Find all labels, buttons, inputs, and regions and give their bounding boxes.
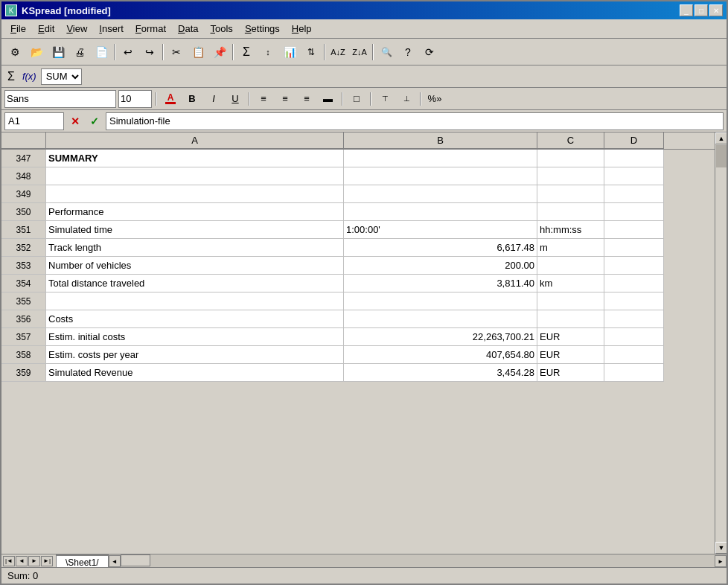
cell-a359[interactable]: Simulated Revenue (46, 364, 344, 382)
cell-d359[interactable] (604, 364, 664, 382)
cell-d348[interactable] (604, 167, 664, 185)
cell-b355[interactable] (344, 292, 537, 310)
minimize-button[interactable]: _ (680, 4, 693, 16)
cell-d349[interactable] (604, 185, 664, 203)
cell-b353[interactable]: 200.00 (344, 257, 537, 275)
cell-c355[interactable] (537, 292, 604, 310)
chart-button[interactable]: 📊 (279, 42, 300, 63)
row-number[interactable]: 349 (1, 185, 46, 203)
col-header-b[interactable]: B (344, 132, 537, 149)
scroll-up-button[interactable]: ▲ (715, 132, 727, 144)
font-size-selector[interactable] (118, 90, 152, 108)
cell-b348[interactable] (344, 167, 537, 185)
cell-d352[interactable] (604, 239, 664, 257)
cell-b350[interactable] (344, 203, 537, 221)
cell-d354[interactable] (604, 275, 664, 292)
sheet-last-button[interactable]: ►| (41, 556, 53, 566)
open-button[interactable]: 📂 (26, 42, 47, 63)
cell-d353[interactable] (604, 257, 664, 275)
confirm-input-button[interactable]: ✓ (86, 113, 103, 130)
cell-c359[interactable]: EUR (537, 364, 604, 382)
cut-button[interactable]: ✂ (166, 42, 187, 63)
paste-button[interactable]: 📌 (209, 42, 230, 63)
cell-d358[interactable] (604, 346, 664, 364)
cell-b352[interactable]: 6,617.48 (344, 239, 537, 257)
cell-b359[interactable]: 3,454.28 (344, 364, 537, 382)
cell-d355[interactable] (604, 292, 664, 310)
cell-c352[interactable]: m (537, 239, 604, 257)
col-header-d[interactable]: D (604, 132, 664, 149)
cell-a357[interactable]: Estim. initial costs (46, 328, 344, 346)
refresh-button[interactable]: ⟳ (419, 42, 440, 63)
align-center-button[interactable]: ≡ (275, 90, 295, 108)
undo-button[interactable]: ↩ (118, 42, 138, 63)
sort-asc-button[interactable]: ↕ (258, 42, 278, 63)
row-number[interactable]: 353 (1, 257, 46, 275)
row-number[interactable]: 356 (1, 310, 46, 328)
row-number[interactable]: 355 (1, 292, 46, 310)
italic-button[interactable]: I (204, 90, 223, 108)
cell-b358[interactable]: 407,654.80 (344, 346, 537, 364)
cell-d356[interactable] (604, 310, 664, 328)
zoom-button[interactable]: 🔍 (376, 42, 397, 63)
copy-button[interactable]: 📋 (188, 42, 208, 63)
sum-button[interactable]: Σ (236, 42, 257, 63)
cell-c351[interactable]: hh:mm:ss (537, 221, 604, 239)
scroll-down-button[interactable]: ▼ (715, 542, 727, 554)
align-left-button[interactable]: ≡ (254, 90, 273, 108)
formula-input[interactable] (106, 112, 724, 130)
cell-d357[interactable] (604, 328, 664, 346)
scroll-track[interactable] (715, 144, 727, 542)
cell-c358[interactable]: EUR (537, 346, 604, 364)
col-header-a[interactable]: A (46, 132, 344, 149)
col-header-c[interactable]: C (537, 132, 604, 149)
cell-b351[interactable]: 1:00:00' (344, 221, 537, 239)
cell-c348[interactable] (537, 167, 604, 185)
save-button[interactable]: 💾 (48, 42, 68, 63)
percent-button[interactable]: %» (425, 90, 444, 108)
row-number[interactable]: 354 (1, 275, 46, 292)
menu-settings[interactable]: Settings (239, 22, 286, 36)
redo-button[interactable]: ↪ (139, 42, 160, 63)
bottom-border-button[interactable]: ⊥ (397, 90, 416, 108)
align-right-button[interactable]: ≡ (297, 90, 316, 108)
cell-b357[interactable]: 22,263,700.21 (344, 328, 537, 346)
cell-a347[interactable]: SUMMARY (46, 150, 344, 167)
cell-name-box[interactable] (4, 112, 64, 130)
cell-a355[interactable] (46, 292, 344, 310)
borders-button[interactable]: □ (347, 90, 366, 108)
print-button[interactable]: 🖨 (69, 42, 90, 63)
row-number[interactable]: 348 (1, 167, 46, 185)
print-preview-button[interactable]: 📄 (91, 42, 112, 63)
sheet-next-button[interactable]: ► (28, 556, 40, 566)
horizontal-scrollbar[interactable]: ◄ ► (109, 554, 727, 568)
menu-edit[interactable]: Edit (32, 22, 60, 36)
menu-data[interactable]: Data (172, 22, 204, 36)
new-button[interactable]: ⚙ (4, 42, 25, 63)
cell-c354[interactable]: km (537, 275, 604, 292)
cell-a352[interactable]: Track length (46, 239, 344, 257)
align-justify-button[interactable]: ▬ (319, 90, 338, 108)
row-number[interactable]: 357 (1, 328, 46, 346)
row-number[interactable]: 359 (1, 364, 46, 382)
menu-format[interactable]: Format (130, 22, 172, 36)
cell-d351[interactable] (604, 221, 664, 239)
menu-tools[interactable]: Tools (205, 22, 239, 36)
cell-a358[interactable]: Estim. costs per year (46, 346, 344, 364)
sort-button[interactable]: ⇅ (301, 42, 322, 63)
font-color-button[interactable]: A (161, 90, 180, 108)
cell-c347[interactable] (537, 150, 604, 167)
top-border-button[interactable]: ⊤ (375, 90, 395, 108)
help-button[interactable]: ? (397, 42, 418, 63)
cell-c349[interactable] (537, 185, 604, 203)
row-number[interactable]: 358 (1, 346, 46, 364)
cell-a353[interactable]: Number of vehicles (46, 257, 344, 275)
cell-c357[interactable]: EUR (537, 328, 604, 346)
cancel-input-button[interactable]: ✕ (67, 113, 83, 130)
row-number[interactable]: 347 (1, 150, 46, 167)
sheet-prev-button[interactable]: ◄ (16, 556, 28, 566)
scroll-right-button[interactable]: ► (715, 555, 727, 567)
row-number[interactable]: 351 (1, 221, 46, 239)
sheet-first-button[interactable]: |◄ (3, 556, 15, 566)
font-selector[interactable] (4, 90, 116, 108)
